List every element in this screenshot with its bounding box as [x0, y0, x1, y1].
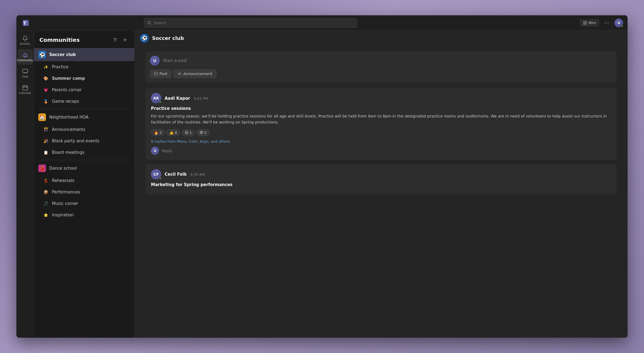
icon-sidebar: Activity Community Chat: [16, 31, 34, 338]
app-window: T Mini ··· U: [16, 15, 628, 338]
reaction-smile-emoji: 😄: [185, 131, 189, 135]
music-corner-icon: 🎵: [43, 201, 49, 207]
dance-school-icon: 💃: [38, 164, 46, 172]
community-item-parents-corner[interactable]: 💗 Parents corner: [34, 84, 134, 96]
hoa-icon: 🏠: [38, 113, 46, 121]
community-item-game-recaps[interactable]: 🥉 Game recaps: [34, 96, 134, 107]
post-1-header: AK Aadi Kapor 4:41 PM: [151, 93, 611, 103]
soccer-club-name: Soccer club: [49, 52, 76, 57]
reaction-thumbsup-count: 8: [175, 131, 177, 135]
calendar-icon: [22, 85, 28, 91]
sidebar-item-calendar[interactable]: Calendar: [18, 82, 33, 97]
post-1-title: Practice sessions: [151, 106, 611, 111]
search-bar[interactable]: [144, 18, 357, 28]
reaction-fire-count: 3: [159, 131, 162, 135]
svg-rect-7: [585, 23, 587, 25]
post-1-time: 4:41 PM: [194, 96, 208, 101]
community-label: Community: [17, 59, 33, 62]
reaction-cool-emoji: 😎: [199, 131, 203, 135]
composer-placeholder[interactable]: Start a post: [163, 58, 187, 63]
community-item-dance-school[interactable]: 💃 Dance school: [34, 162, 134, 175]
inspiration-name: Inspiration: [52, 213, 74, 217]
community-item-inspiration[interactable]: ⭐ Inspiration: [34, 209, 134, 221]
post-1-online: [159, 101, 161, 103]
communities-title: Communities: [39, 37, 80, 43]
mini-label: Mini: [588, 21, 596, 25]
inspiration-icon: ⭐: [43, 212, 49, 218]
channel-title: Soccer club: [152, 35, 184, 41]
announcement-button[interactable]: Announcement: [174, 69, 217, 78]
sidebar-item-community[interactable]: Community: [18, 49, 33, 64]
performances-icon: 📦: [43, 189, 49, 195]
reaction-fire[interactable]: 🔥 3: [151, 129, 165, 136]
soccer-club-icon: ⚽: [38, 51, 46, 58]
reaction-smile[interactable]: 😄 1: [182, 129, 195, 136]
post-composer: U Start a post Post: [145, 51, 617, 83]
teams-logo: T: [21, 18, 31, 28]
community-group-hoa: 🏠 Neighborhood HOA 🎊 Announcements 🎉 Blo…: [34, 111, 134, 160]
community-item-music-corner[interactable]: 🎵 Music corner: [34, 198, 134, 209]
community-item-block-party[interactable]: 🎉 Block party and events: [34, 135, 134, 147]
user-avatar[interactable]: U: [614, 19, 623, 27]
board-meetings-name: Board meetings: [52, 150, 84, 155]
svg-point-12: [22, 56, 24, 57]
replies-link[interactable]: 8 replies from Mona, Colin, Kayo, and ot…: [151, 139, 611, 143]
practice-icon: ✨: [43, 64, 49, 70]
svg-rect-16: [154, 72, 158, 75]
community-item-announcements[interactable]: 🎊 Announcements: [34, 124, 134, 135]
svg-point-11: [24, 56, 27, 57]
divider-1: [38, 109, 130, 109]
post-2-online: [159, 177, 161, 180]
chat-label: Chat: [22, 75, 28, 78]
search-icon: [147, 21, 152, 25]
reply-text[interactable]: Reply: [162, 149, 173, 153]
filter-button[interactable]: [111, 36, 119, 44]
game-recaps-icon: 🥉: [43, 98, 49, 104]
svg-rect-4: [583, 21, 585, 23]
more-button[interactable]: ···: [602, 19, 611, 27]
bell-icon: [22, 36, 28, 42]
post-icon: [154, 72, 158, 76]
online-indicator: [621, 25, 623, 27]
announcement-label: Announcement: [183, 72, 212, 76]
search-input[interactable]: [154, 21, 354, 25]
reaction-fire-emoji: 🔥: [154, 131, 158, 135]
music-corner-name: Music corner: [52, 201, 78, 206]
practice-name: Practice: [52, 64, 68, 69]
reaction-cool[interactable]: 😎 5: [196, 129, 209, 136]
reaction-thumbs-up[interactable]: 👍 8: [166, 129, 180, 136]
post-1-body: For our upcoming season, we'll be holdin…: [151, 113, 611, 125]
feed: U Start a post Post: [135, 46, 628, 338]
filter-icon: [113, 38, 117, 42]
calendar-label: Calendar: [19, 92, 31, 95]
community-item-rehearsals[interactable]: 💃 Rehearsals: [34, 175, 134, 186]
post-button[interactable]: Post: [150, 69, 171, 78]
post-card-2: CF Cecil Folk 9:30 AM Marketing for Spri…: [145, 164, 617, 194]
reply-avatar: U: [151, 147, 159, 155]
block-party-icon: 🎉: [43, 138, 49, 144]
mini-button[interactable]: Mini: [580, 19, 599, 26]
post-label: Post: [159, 72, 167, 76]
announcements-icon: 🎊: [43, 127, 49, 133]
sidebar-item-activity[interactable]: Activity: [18, 33, 33, 48]
add-community-button[interactable]: [121, 36, 129, 44]
community-item-soccer-club[interactable]: ⚽ Soccer club: [34, 48, 134, 61]
post-2-author: Cecil Folk: [165, 172, 187, 177]
sidebar-item-chat[interactable]: Chat: [18, 66, 33, 81]
community-item-board-meetings[interactable]: 📋 Board meetings: [34, 147, 134, 158]
parents-corner-name: Parents corner: [52, 87, 82, 92]
main-layout: Activity Community Chat: [16, 31, 628, 338]
svg-line-3: [150, 23, 151, 24]
community-item-summer-camp[interactable]: 🎨 Summer camp: [34, 73, 134, 84]
community-item-performances[interactable]: 📦 Performances: [34, 186, 134, 198]
community-item-hoa[interactable]: 🏠 Neighborhood HOA: [34, 111, 134, 124]
summer-camp-name: Summer camp: [52, 76, 85, 81]
post-2-header: CF Cecil Folk 9:30 AM: [151, 169, 611, 180]
chat-icon: [22, 68, 28, 74]
divider-2: [38, 160, 130, 160]
community-item-practice[interactable]: ✨ Practice: [34, 61, 134, 73]
svg-text:T: T: [23, 21, 26, 26]
activity-label: Activity: [20, 42, 30, 45]
community-icon: [22, 52, 28, 58]
composer-actions: Post Announcement: [150, 69, 612, 78]
